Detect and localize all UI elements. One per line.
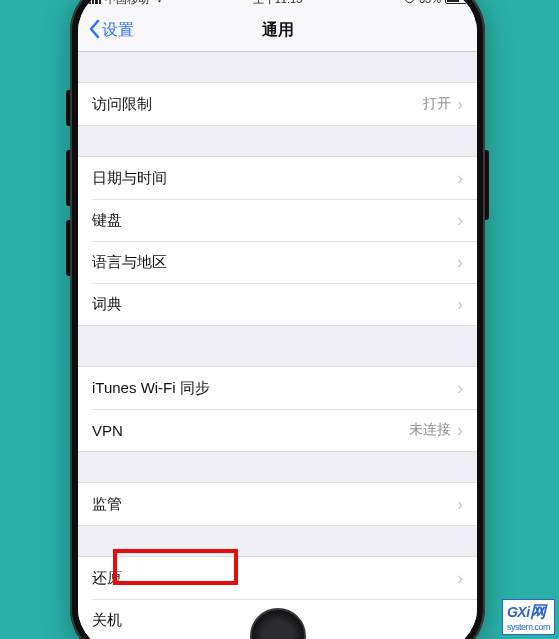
carrier-label: 中国移动 bbox=[105, 0, 149, 7]
signal-icon bbox=[88, 0, 101, 4]
row-label: iTunes Wi-Fi 同步 bbox=[92, 379, 457, 398]
group-localization: 日期与时间 › 键盘 › 语言与地区 › 词典 › bbox=[78, 156, 477, 326]
row-label: 语言与地区 bbox=[92, 253, 457, 272]
row-reset[interactable]: 还原 › bbox=[78, 557, 477, 599]
chevron-right-icon: › bbox=[457, 253, 463, 271]
svg-point-0 bbox=[405, 0, 413, 2]
row-label: 访问限制 bbox=[92, 95, 423, 114]
chevron-left-icon bbox=[88, 19, 100, 43]
row-date-time[interactable]: 日期与时间 › bbox=[78, 157, 477, 199]
settings-list: 访问限制 打开 › 日期与时间 › 键盘 › 语言与地区 › bbox=[78, 52, 477, 639]
chevron-right-icon: › bbox=[457, 169, 463, 187]
rotation-lock-icon bbox=[404, 0, 415, 6]
watermark-domain: system.com bbox=[507, 623, 550, 632]
battery-pct: 63% bbox=[419, 0, 441, 5]
row-value: 打开 bbox=[423, 95, 451, 113]
row-label: 日期与时间 bbox=[92, 169, 457, 188]
row-access-restrictions[interactable]: 访问限制 打开 › bbox=[78, 83, 477, 125]
chevron-right-icon: › bbox=[457, 421, 463, 439]
row-vpn[interactable]: VPN 未连接 › bbox=[78, 409, 477, 451]
row-label: VPN bbox=[92, 422, 409, 439]
screen: 中国移动 上午11:13 63% 设置 通用 bbox=[78, 0, 477, 639]
battery-icon bbox=[445, 0, 467, 4]
row-keyboard[interactable]: 键盘 › bbox=[78, 199, 477, 241]
row-itunes-wifi-sync[interactable]: iTunes Wi-Fi 同步 › bbox=[78, 367, 477, 409]
nav-bar: 设置 通用 bbox=[78, 10, 477, 52]
watermark-net: 网 bbox=[530, 603, 546, 620]
watermark: GXi网 system.com bbox=[502, 599, 555, 635]
watermark-brand: GXi bbox=[507, 604, 530, 620]
group-sync: iTunes Wi-Fi 同步 › VPN 未连接 › bbox=[78, 366, 477, 452]
chevron-right-icon: › bbox=[457, 569, 463, 587]
chevron-right-icon: › bbox=[457, 295, 463, 313]
back-label: 设置 bbox=[102, 20, 134, 41]
row-supervision[interactable]: 监管 › bbox=[78, 483, 477, 525]
row-label: 词典 bbox=[92, 295, 457, 314]
phone-body: 中国移动 上午11:13 63% 设置 通用 bbox=[70, 0, 485, 639]
row-label: 键盘 bbox=[92, 211, 457, 230]
page-title: 通用 bbox=[78, 20, 477, 41]
status-bar: 中国移动 上午11:13 63% bbox=[78, 0, 477, 10]
chevron-right-icon: › bbox=[457, 495, 463, 513]
back-button[interactable]: 设置 bbox=[88, 19, 134, 43]
chevron-right-icon: › bbox=[457, 211, 463, 229]
wifi-icon bbox=[153, 0, 166, 5]
chevron-right-icon: › bbox=[457, 379, 463, 397]
group-restrictions: 访问限制 打开 › bbox=[78, 82, 477, 126]
row-label: 还原 bbox=[92, 569, 457, 588]
row-language-region[interactable]: 语言与地区 › bbox=[78, 241, 477, 283]
row-value: 未连接 bbox=[409, 421, 451, 439]
chevron-right-icon: › bbox=[457, 95, 463, 113]
row-label: 监管 bbox=[92, 495, 457, 514]
group-supervision: 监管 › bbox=[78, 482, 477, 526]
row-dictionary[interactable]: 词典 › bbox=[78, 283, 477, 325]
